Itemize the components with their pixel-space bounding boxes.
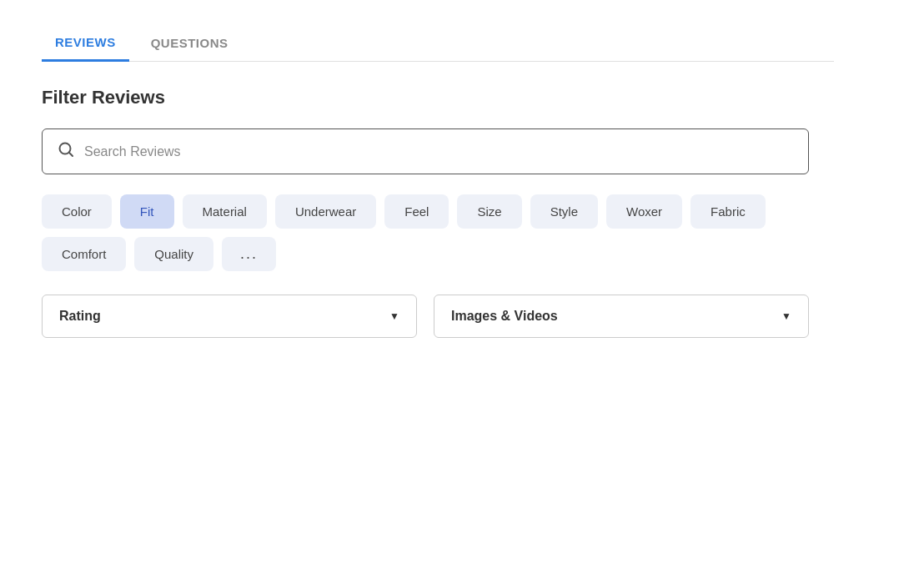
page-container: REVIEWS QUESTIONS Filter Reviews Color F… xyxy=(0,0,876,371)
filter-tag-more[interactable]: ... xyxy=(222,237,276,271)
images-videos-dropdown-label: Images & Videos xyxy=(451,309,558,324)
images-videos-dropdown-arrow: ▼ xyxy=(781,310,791,322)
filter-tag-woxer[interactable]: Woxer xyxy=(606,194,682,229)
tabs-bar: REVIEWS QUESTIONS xyxy=(42,25,834,62)
search-input[interactable] xyxy=(84,144,793,159)
filter-tag-size[interactable]: Size xyxy=(457,194,521,229)
filter-tags-container: Color Fit Material Underwear Feel Size S… xyxy=(42,194,809,271)
tab-questions[interactable]: QUESTIONS xyxy=(138,26,242,60)
tab-reviews[interactable]: REVIEWS xyxy=(42,25,129,62)
filter-reviews-heading: Filter Reviews xyxy=(42,87,834,108)
filter-tag-underwear[interactable]: Underwear xyxy=(275,194,376,229)
filter-tag-fit[interactable]: Fit xyxy=(120,194,174,229)
filter-tag-style[interactable]: Style xyxy=(530,194,598,229)
filter-tag-fabric[interactable]: Fabric xyxy=(690,194,766,229)
images-videos-dropdown[interactable]: Images & Videos ▼ xyxy=(434,295,809,338)
filter-tag-comfort[interactable]: Comfort xyxy=(42,237,126,271)
filter-tag-feel[interactable]: Feel xyxy=(384,194,449,229)
filter-tag-material[interactable]: Material xyxy=(183,194,267,229)
filter-tag-quality[interactable]: Quality xyxy=(134,237,213,271)
rating-dropdown[interactable]: Rating ▼ xyxy=(42,295,417,338)
search-box[interactable] xyxy=(42,128,809,174)
rating-dropdown-label: Rating xyxy=(59,309,101,324)
dropdowns-row: Rating ▼ Images & Videos ▼ xyxy=(42,295,809,338)
svg-line-1 xyxy=(69,153,73,156)
filter-tag-color[interactable]: Color xyxy=(42,194,112,229)
rating-dropdown-arrow: ▼ xyxy=(389,310,399,322)
search-icon xyxy=(58,141,74,162)
